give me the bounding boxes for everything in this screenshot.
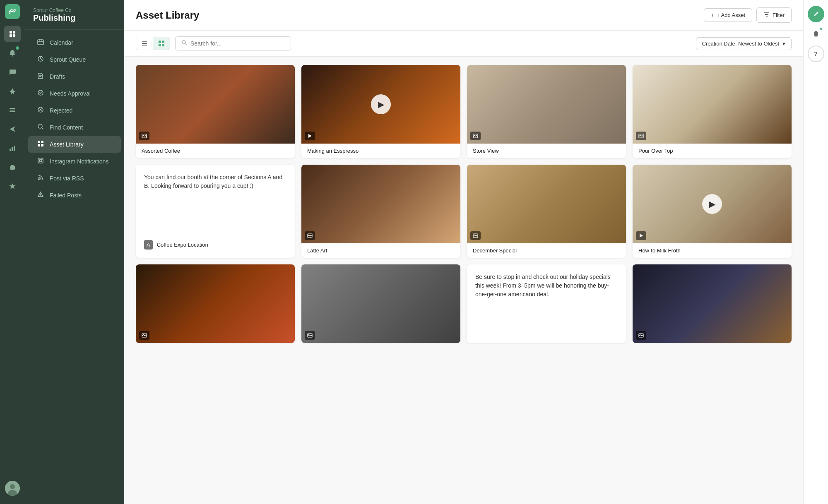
- asset-title-5: Coffee Expo Location: [157, 242, 208, 248]
- search-input[interactable]: [190, 40, 285, 47]
- svg-marker-55: [308, 134, 312, 138]
- svg-point-37: [42, 159, 43, 160]
- svg-point-4: [12, 55, 13, 57]
- svg-rect-45: [142, 43, 147, 44]
- asset-card-11[interactable]: Be sure to stop in and check out our hol…: [467, 264, 626, 343]
- approval-icon: [36, 89, 45, 98]
- asset-thumbnail-1: [136, 65, 295, 144]
- asset-library-icon: [36, 140, 45, 149]
- asset-card-1[interactable]: Assorted Coffee: [136, 65, 295, 158]
- svg-rect-9: [12, 147, 13, 151]
- icon-rail: [0, 0, 25, 504]
- find-content-label: Find Content: [50, 124, 83, 131]
- drafts-icon: [36, 72, 45, 81]
- search-icon: [181, 40, 187, 47]
- asset-card-5[interactable]: You can find our booth at the corner of …: [136, 165, 295, 258]
- svg-rect-12: [11, 165, 14, 166]
- edit-icon-button[interactable]: [808, 6, 824, 22]
- video-type-badge-2: [305, 132, 315, 140]
- grid-view-button[interactable]: [153, 37, 170, 50]
- sidebar-item-asset-library[interactable]: Asset Library: [28, 136, 121, 153]
- asset-card-9[interactable]: [136, 264, 295, 343]
- svg-point-51: [182, 41, 185, 44]
- app-logo: [5, 4, 20, 19]
- sidebar-item-sprout-queue[interactable]: Sprout Queue: [28, 51, 121, 68]
- asset-card-7[interactable]: December Special: [467, 165, 626, 258]
- svg-rect-34: [41, 144, 43, 146]
- asset-title-3: Store View: [467, 144, 626, 158]
- svg-point-66: [143, 334, 144, 335]
- asset-card-3[interactable]: Store View: [467, 65, 626, 158]
- sidebar-item-find-content[interactable]: Find Content: [28, 119, 121, 136]
- svg-point-38: [38, 178, 40, 180]
- filter-icon: [763, 11, 770, 19]
- approval-label: Needs Approval: [50, 90, 91, 97]
- calendar-label: Calendar: [50, 39, 73, 46]
- bell-icon-button[interactable]: [808, 26, 824, 42]
- asset-card-6[interactable]: Latte Art: [301, 165, 460, 258]
- svg-rect-47: [159, 41, 161, 43]
- rss-icon: [36, 174, 45, 182]
- svg-point-14: [13, 167, 14, 168]
- search-box[interactable]: [175, 36, 291, 50]
- rail-bot-icon[interactable]: [4, 159, 21, 175]
- user-avatar[interactable]: [5, 481, 20, 496]
- instagram-icon: [36, 157, 45, 166]
- rail-analytics-icon[interactable]: [4, 140, 21, 156]
- svg-rect-46: [142, 45, 147, 46]
- asset-footer-5: A Coffee Expo Location: [144, 235, 286, 250]
- svg-rect-44: [142, 41, 147, 42]
- asset-card-2[interactable]: ▶ Making an Esspresso: [301, 65, 460, 158]
- asset-card-12[interactable]: [633, 264, 792, 343]
- asset-thumbnail-3: [467, 65, 626, 144]
- svg-rect-2: [10, 34, 12, 37]
- asset-title-1: Assorted Coffee: [136, 144, 295, 158]
- asset-card-4[interactable]: Pour Over Top: [633, 65, 792, 158]
- svg-point-70: [640, 334, 640, 335]
- queue-label: Sprout Queue: [50, 56, 86, 63]
- sidebar-item-rejected[interactable]: Rejected: [28, 102, 121, 119]
- sort-dropdown[interactable]: Creation Date: Newest to Oldest ▾: [696, 37, 792, 50]
- sidebar-item-post-via-rss[interactable]: Post via RSS: [28, 170, 121, 187]
- asset-thumbnail-10: [301, 264, 460, 343]
- rail-star-icon[interactable]: [4, 178, 21, 194]
- help-icon-button[interactable]: ?: [808, 46, 824, 62]
- svg-point-40: [40, 195, 41, 196]
- asset-thumbnail-6: [301, 165, 460, 243]
- add-asset-button[interactable]: + + Add Asset: [704, 8, 752, 22]
- image-type-badge-3: [470, 132, 481, 140]
- svg-marker-64: [640, 234, 643, 238]
- svg-rect-8: [10, 149, 11, 151]
- list-view-button[interactable]: [136, 37, 153, 50]
- sidebar-item-needs-approval[interactable]: Needs Approval: [28, 85, 121, 102]
- image-type-badge-6: [305, 231, 315, 240]
- sidebar-item-failed-posts[interactable]: Failed Posts: [28, 187, 121, 204]
- sidebar-item-calendar[interactable]: Calendar: [28, 34, 121, 51]
- svg-rect-49: [159, 44, 161, 46]
- failed-posts-icon: [36, 191, 45, 199]
- rail-publishing-icon[interactable]: [4, 26, 21, 42]
- asset-card-8[interactable]: ▶ How-to Milk Froth: [633, 165, 792, 258]
- asset-title-7: December Special: [467, 243, 626, 258]
- sidebar-item-instagram-notifications[interactable]: Instagram Notifications: [28, 153, 121, 170]
- rail-list-icon[interactable]: [4, 102, 21, 118]
- svg-point-59: [640, 135, 640, 136]
- drafts-label: Drafts: [50, 73, 65, 80]
- asset-title-6: Latte Art: [301, 243, 460, 258]
- svg-point-16: [10, 484, 15, 489]
- asset-title-4: Pour Over Top: [633, 144, 792, 158]
- rail-notifications-icon[interactable]: [4, 45, 21, 61]
- filter-button[interactable]: Filter: [756, 7, 792, 23]
- asset-card-10[interactable]: [301, 264, 460, 343]
- video-type-badge-8: [636, 231, 646, 240]
- rail-pin-icon[interactable]: [4, 83, 21, 99]
- sidebar-item-drafts[interactable]: Drafts: [28, 68, 121, 85]
- rail-messages-icon[interactable]: [4, 64, 21, 80]
- svg-rect-6: [10, 110, 15, 110]
- rejected-icon: [36, 106, 45, 115]
- svg-rect-5: [10, 108, 15, 109]
- rail-send-icon[interactable]: [4, 121, 21, 137]
- svg-point-68: [308, 334, 309, 335]
- svg-point-57: [474, 135, 475, 136]
- asset-library-label: Asset Library: [50, 141, 84, 148]
